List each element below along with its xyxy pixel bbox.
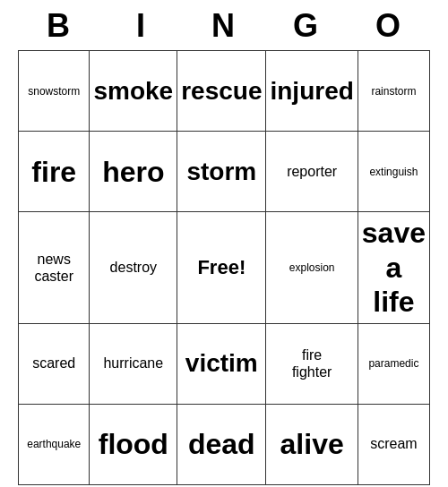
bingo-cell: reporter [266,132,358,212]
cell-text: rescue [181,76,262,107]
cell-text: reporter [287,163,337,180]
cell-text: fire [31,155,76,189]
bingo-cell: scared [19,324,90,405]
header-letter: I [100,2,183,50]
bingo-header: BINGO [18,2,430,50]
cell-text: scared [32,355,75,372]
bingo-cell: hero [90,132,177,212]
header-letter: N [183,2,265,50]
bingo-cell: destroy [90,212,177,323]
bingo-card: BINGO snowstormsmokerescueinjuredrainsto… [18,2,430,484]
cell-text: victim [185,348,258,379]
cell-text: save a life [362,216,426,319]
bingo-cell: news caster [19,212,90,323]
cell-text: injured [270,76,353,107]
bingo-cell: alive [266,405,358,485]
bingo-cell: rescue [177,51,266,132]
cell-text: news caster [34,251,73,285]
bingo-cell: extinguish [358,132,430,212]
bingo-cell: rainstorm [358,51,430,132]
bingo-cell: injured [266,51,358,132]
cell-text: flood [99,427,168,461]
cell-text: extinguish [369,166,418,178]
bingo-cell: save a life [358,212,430,323]
cell-text: Free! [197,256,246,279]
bingo-cell: earthquake [19,405,90,485]
cell-text: snowstorm [28,85,80,98]
bingo-cell: smoke [90,51,177,132]
cell-text: earthquake [27,438,81,450]
cell-text: smoke [93,76,173,107]
bingo-cell: storm [177,132,266,212]
bingo-cell: fire fighter [266,324,358,405]
cell-text: paramedic [368,357,418,370]
cell-text: alive [280,427,344,461]
bingo-cell: snowstorm [19,51,90,132]
cell-text: explosion [289,261,335,274]
cell-text: dead [188,427,255,461]
cell-text: hero [102,155,164,189]
header-letter: O [348,2,430,50]
cell-text: scream [370,435,417,452]
cell-text: destroy [110,259,157,276]
cell-text: fire fighter [292,346,332,380]
header-letter: B [18,2,100,50]
header-letter: G [265,2,348,50]
cell-text: hurricane [103,355,163,372]
bingo-cell: fire [19,132,90,212]
bingo-grid: snowstormsmokerescueinjuredrainstormfire… [18,50,430,484]
bingo-cell: dead [177,405,266,485]
bingo-cell: paramedic [358,324,430,405]
bingo-cell: scream [358,405,430,485]
bingo-cell: Free! [177,212,266,323]
bingo-cell: explosion [266,212,358,323]
bingo-cell: flood [90,405,177,485]
bingo-cell: hurricane [90,324,177,405]
cell-text: storm [186,157,256,187]
cell-text: rainstorm [371,85,416,98]
bingo-cell: victim [177,324,266,405]
